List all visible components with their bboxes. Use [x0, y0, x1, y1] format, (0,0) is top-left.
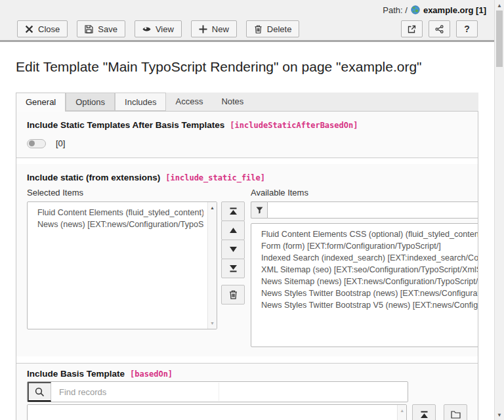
include-static-after-toggle[interactable]	[27, 139, 46, 148]
scroll-up-icon[interactable]: ▲	[495, 1, 504, 10]
list-item[interactable]: News Sitemap (news) [EXT:news/Configurat…	[261, 276, 478, 287]
open-in-new-window-icon	[408, 25, 416, 33]
filter-button[interactable]	[251, 201, 267, 219]
toggle-value-label: [0]	[56, 138, 65, 148]
path-bar: Path: / example.org [1]	[0, 0, 494, 20]
trash-icon	[229, 290, 238, 299]
doc-header: Path: / example.org [1] Close	[0, 0, 494, 42]
available-items-filter-input[interactable]	[267, 201, 478, 219]
tab-bar: General Options Includes Access Notes	[16, 93, 478, 111]
move-up-button[interactable]	[221, 220, 245, 240]
view-button[interactable]: View	[135, 20, 182, 37]
list-item[interactable]: XML Sitemap (seo) [EXT:seo/Configuration…	[261, 264, 478, 276]
button-bar: Close Save	[0, 20, 494, 40]
list-item[interactable]: News Styles Twitter Bootstrap (news) [EX…	[261, 287, 478, 299]
section-include-static-after: Include Static Templates After Basis Tem…	[16, 112, 478, 158]
list-item[interactable]: Form (form) [EXT:form/Configuration/Typo…	[261, 240, 478, 252]
list-item[interactable]: News Styles Twitter Bootstrap V5 (news) …	[261, 299, 478, 311]
section-heading: Include static (from extensions)[include…	[27, 173, 467, 182]
move-to-bottom-icon	[229, 264, 238, 272]
globe-icon	[411, 5, 420, 14]
funnel-icon	[256, 207, 263, 214]
scroll-up-icon[interactable]: ▲	[398, 406, 406, 415]
move-to-top-button[interactable]	[221, 201, 245, 221]
new-button[interactable]: New	[191, 20, 237, 37]
help-icon: ?	[464, 24, 470, 34]
section-heading-text: Include Basis Template	[27, 369, 125, 379]
move-down-button[interactable]	[221, 240, 245, 259]
scroll-down-icon[interactable]: ▼	[495, 410, 504, 419]
view-button-label: View	[156, 24, 174, 34]
available-items-label: Available Items	[251, 188, 478, 198]
section-divider	[16, 158, 478, 164]
plus-icon	[199, 25, 207, 33]
field-code-label: [basedOn]	[130, 369, 173, 379]
field-code-label: [includeStaticAfterBasedOn]	[230, 121, 358, 130]
move-down-icon	[229, 246, 238, 253]
scrollbar-thumb[interactable]	[496, 10, 503, 67]
delete-button[interactable]: Delete	[246, 20, 300, 37]
field-code-label: [include_static_file]	[165, 173, 265, 182]
tab-options[interactable]: Options	[66, 93, 115, 111]
section-heading-text: Include static (from extensions)	[27, 173, 160, 182]
list-item[interactable]: News (news) [EXT:news/Configuration/Typo…	[37, 219, 203, 230]
tab-panel-general: Include Static Templates After Basis Tem…	[16, 111, 478, 420]
page-title: Edit Template "Main TypoScript Rendering…	[16, 59, 478, 75]
module-body: Edit Template "Main TypoScript Rendering…	[0, 59, 494, 420]
section-divider	[16, 356, 478, 364]
move-to-top-icon	[420, 411, 429, 419]
list-item[interactable]: Fluid Content Elements CSS (optional) (f…	[261, 228, 478, 240]
list-item[interactable]: Fluid Content Elements (fluid_styled_con…	[37, 207, 203, 219]
move-up-icon	[229, 227, 238, 234]
browse-records-button[interactable]	[444, 404, 467, 420]
find-records-input-extension[interactable]	[219, 382, 408, 402]
page-scrollbar[interactable]: ▲ ▼	[494, 0, 504, 420]
search-icon	[35, 387, 45, 397]
move-to-bottom-button[interactable]	[221, 259, 245, 278]
open-in-new-window-button[interactable]	[401, 20, 423, 37]
share-icon	[435, 25, 444, 33]
available-items-listbox[interactable]: Fluid Content Elements CSS (optional) (f…	[251, 223, 478, 347]
move-to-top-icon	[229, 207, 238, 215]
path-prefix: Path: /	[383, 5, 408, 15]
scroll-down-icon[interactable]: ▼	[208, 319, 217, 327]
path-page-name[interactable]: example.org [1]	[423, 5, 486, 15]
save-button-label: Save	[98, 24, 117, 34]
tab-includes[interactable]: Includes	[115, 93, 166, 111]
close-button[interactable]: Close	[17, 20, 68, 37]
scroll-up-icon[interactable]: ▲	[208, 203, 217, 212]
close-icon	[25, 25, 33, 33]
tab-notes[interactable]: Notes	[212, 93, 253, 111]
trash-icon	[254, 25, 262, 33]
save-button[interactable]: Save	[77, 20, 125, 37]
delete-button-label: Delete	[267, 24, 292, 34]
list-item[interactable]: Indexed Search (indexed_search) [EXT:ind…	[261, 252, 478, 264]
move-buttons-column	[221, 201, 245, 347]
eye-icon	[142, 25, 151, 33]
find-records-group	[27, 381, 408, 402]
tab-general[interactable]: General	[16, 93, 66, 112]
toggle-knob	[29, 140, 35, 146]
find-records-input[interactable]	[51, 382, 219, 402]
new-button-label: New	[212, 24, 229, 34]
close-button-label: Close	[38, 24, 60, 34]
section-heading: Include Basis Template[basedOn]	[27, 369, 467, 379]
section-heading: Include Static Templates After Basis Tem…	[27, 120, 467, 130]
listbox-scrollbar[interactable]: ▲ ▼	[207, 202, 217, 329]
section-heading-text: Include Static Templates After Basis Tem…	[27, 120, 224, 130]
section-based-on: Include Basis Template[basedOn]	[16, 364, 478, 420]
search-button[interactable]	[28, 382, 51, 402]
save-icon	[85, 25, 93, 33]
help-button[interactable]: ?	[456, 20, 478, 37]
folder-icon	[451, 410, 461, 419]
listbox-scrollbar[interactable]: ▲	[397, 405, 406, 420]
remove-selected-button[interactable]	[221, 285, 245, 304]
share-button[interactable]	[429, 20, 450, 37]
move-to-top-button[interactable]	[412, 404, 436, 420]
tab-access[interactable]: Access	[166, 93, 212, 111]
selected-items-listbox[interactable]: Fluid Content Elements (fluid_styled_con…	[27, 201, 217, 329]
selected-items-label: Selected Items	[27, 188, 217, 198]
basis-template-listbox[interactable]: ▲	[27, 404, 407, 420]
section-include-static-file: Include static (from extensions)[include…	[16, 164, 478, 356]
